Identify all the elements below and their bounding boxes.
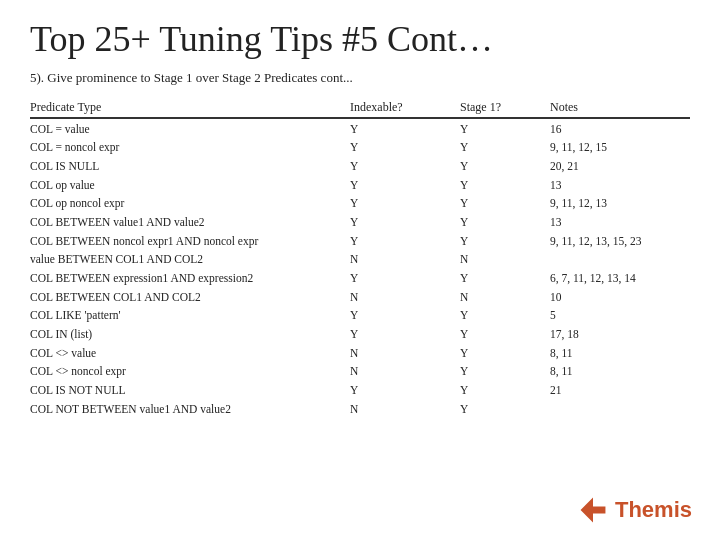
table-row: COL op noncol exprYY9, 11, 12, 13: [30, 195, 690, 214]
cell-predicate: COL BETWEEN noncol expr1 AND noncol expr: [30, 233, 350, 252]
cell-indexable: Y: [350, 158, 460, 177]
cell-stage: Y: [460, 195, 550, 214]
table-row: COL IS NOT NULLYY21: [30, 382, 690, 401]
cell-notes: 5: [550, 307, 690, 326]
cell-indexable: Y: [350, 270, 460, 289]
cell-predicate: COL LIKE 'pattern': [30, 307, 350, 326]
table-row: COL = noncol exprYY9, 11, 12, 15: [30, 139, 690, 158]
page-title: Top 25+ Tuning Tips #5 Cont…: [30, 20, 690, 60]
cell-notes: 16: [550, 121, 690, 140]
cell-indexable: Y: [350, 307, 460, 326]
cell-notes: 9, 11, 12, 13, 15, 23: [550, 233, 690, 252]
cell-stage: Y: [460, 363, 550, 382]
cell-predicate: COL op noncol expr: [30, 195, 350, 214]
table-body: COL = valueYY16COL = noncol exprYY9, 11,…: [30, 121, 690, 420]
cell-predicate: COL BETWEEN COL1 AND COL2: [30, 289, 350, 308]
cell-stage: N: [460, 289, 550, 308]
cell-indexable: Y: [350, 195, 460, 214]
cell-stage: Y: [460, 214, 550, 233]
cell-stage: Y: [460, 382, 550, 401]
cell-indexable: Y: [350, 233, 460, 252]
table-row: COL BETWEEN noncol expr1 AND noncol expr…: [30, 233, 690, 252]
cell-notes: 6, 7, 11, 12, 13, 14: [550, 270, 690, 289]
table-row: value BETWEEN COL1 AND COL2NN: [30, 251, 690, 270]
cell-notes: 13: [550, 177, 690, 196]
cell-stage: Y: [460, 121, 550, 140]
table-row: COL <> noncol exprNY8, 11: [30, 363, 690, 382]
table-row: COL IN (list)YY17, 18: [30, 326, 690, 345]
logo-area: Themis: [577, 494, 692, 526]
cell-indexable: Y: [350, 326, 460, 345]
cell-notes: 20, 21: [550, 158, 690, 177]
cell-stage: Y: [460, 158, 550, 177]
cell-predicate: value BETWEEN COL1 AND COL2: [30, 251, 350, 270]
cell-predicate: COL IN (list): [30, 326, 350, 345]
cell-indexable: Y: [350, 177, 460, 196]
cell-notes: 10: [550, 289, 690, 308]
subtitle: 5). Give prominence to Stage 1 over Stag…: [30, 70, 690, 86]
cell-predicate: COL IS NULL: [30, 158, 350, 177]
cell-notes: 13: [550, 214, 690, 233]
themis-logo-icon: [577, 494, 609, 526]
cell-indexable: N: [350, 289, 460, 308]
cell-stage: Y: [460, 326, 550, 345]
cell-stage: Y: [460, 307, 550, 326]
table-row: COL NOT BETWEEN value1 AND value2NY: [30, 401, 690, 420]
cell-stage: Y: [460, 233, 550, 252]
table-header: Predicate Type Indexable? Stage 1? Notes: [30, 100, 690, 119]
cell-notes: [550, 401, 690, 420]
cell-predicate: COL op value: [30, 177, 350, 196]
cell-predicate: COL <> noncol expr: [30, 363, 350, 382]
cell-notes: [550, 251, 690, 270]
cell-notes: 8, 11: [550, 345, 690, 364]
table-row: COL LIKE 'pattern'YY5: [30, 307, 690, 326]
cell-indexable: N: [350, 401, 460, 420]
cell-notes: 9, 11, 12, 13: [550, 195, 690, 214]
cell-predicate: COL NOT BETWEEN value1 AND value2: [30, 401, 350, 420]
cell-predicate: COL <> value: [30, 345, 350, 364]
cell-notes: 8, 11: [550, 363, 690, 382]
cell-notes: 21: [550, 382, 690, 401]
table-row: COL BETWEEN COL1 AND COL2NN10: [30, 289, 690, 308]
table-row: COL BETWEEN value1 AND value2YY13: [30, 214, 690, 233]
header-notes: Notes: [550, 100, 690, 117]
cell-predicate: COL BETWEEN value1 AND value2: [30, 214, 350, 233]
table-row: COL BETWEEN expression1 AND expression2Y…: [30, 270, 690, 289]
header-predicate: Predicate Type: [30, 100, 350, 117]
header-stage: Stage 1?: [460, 100, 550, 117]
cell-predicate: COL = noncol expr: [30, 139, 350, 158]
cell-indexable: N: [350, 345, 460, 364]
table-row: COL IS NULLYY20, 21: [30, 158, 690, 177]
cell-stage: Y: [460, 345, 550, 364]
cell-predicate: COL IS NOT NULL: [30, 382, 350, 401]
table-row: COL <> valueNY8, 11: [30, 345, 690, 364]
cell-indexable: Y: [350, 214, 460, 233]
cell-notes: 17, 18: [550, 326, 690, 345]
cell-stage: Y: [460, 177, 550, 196]
cell-indexable: N: [350, 363, 460, 382]
logo-text: Themis: [615, 497, 692, 523]
cell-stage: Y: [460, 270, 550, 289]
cell-indexable: Y: [350, 121, 460, 140]
cell-notes: 9, 11, 12, 15: [550, 139, 690, 158]
data-table: Predicate Type Indexable? Stage 1? Notes…: [30, 100, 690, 420]
table-row: COL = valueYY16: [30, 121, 690, 140]
cell-predicate: COL = value: [30, 121, 350, 140]
cell-predicate: COL BETWEEN expression1 AND expression2: [30, 270, 350, 289]
cell-indexable: Y: [350, 139, 460, 158]
cell-stage: N: [460, 251, 550, 270]
cell-stage: Y: [460, 139, 550, 158]
svg-marker-0: [581, 498, 606, 523]
cell-stage: Y: [460, 401, 550, 420]
cell-indexable: N: [350, 251, 460, 270]
header-indexable: Indexable?: [350, 100, 460, 117]
page: Top 25+ Tuning Tips #5 Cont… 5). Give pr…: [0, 0, 720, 540]
table-row: COL op valueYY13: [30, 177, 690, 196]
cell-indexable: Y: [350, 382, 460, 401]
